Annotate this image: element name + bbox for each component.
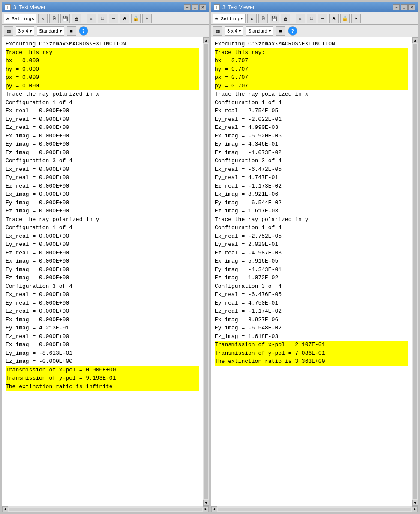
scroll-area: Executing C:\zemax\MACROS\EXTINCTION _Tr… [211,37,418,512]
hx-line: hx = 0.000 [6,57,199,65]
content-line-15: Ez_imag = 1.617E-03 [215,207,408,215]
content-line-5: Ex_imag = 0.000E+00 [6,132,199,140]
scroll-down-button[interactable]: ▼ [412,500,418,506]
content-line-34: Ey_imag = -8.613E-01 [6,349,199,358]
scroll-down-button[interactable]: ▼ [203,500,209,506]
text-button[interactable]: A [120,14,129,23]
content-line-27: Ex_real = -6.476E-05 [215,290,408,299]
content-line-26: Configuration 3 of 4 [215,282,408,291]
content-line-22: Ex_imag = 0.000E+00 [6,257,199,266]
py-line: py = 0.707 [215,82,408,90]
pencil-button[interactable]: ✏ [87,14,96,23]
scroll-up-button[interactable]: ▲ [203,37,209,43]
maximize-button[interactable]: □ [192,4,198,10]
content-line-0: Trace the ray polarized in x [215,90,408,99]
scroll-right-button[interactable]: ► [412,506,418,512]
content-line-14: Ey_imag = -6.544E-02 [215,199,408,207]
content-line-20: Ey_real = 0.000E+00 [6,240,199,249]
window-icon: T [5,4,11,10]
vertical-scrollbar[interactable]: ▲ ▼ [412,37,418,506]
content-line-22: Ex_imag = 5.916E-05 [215,257,408,266]
content-line-28: Ey_real = 0.000E+00 [6,299,199,308]
hscroll-track [218,508,411,511]
save-button[interactable]: 💾 [60,14,70,23]
scroll-left-button[interactable]: ◄ [211,506,217,512]
content-line-24: Ez_imag = 1.072E-02 [215,274,408,282]
lock-button[interactable]: 🔒 [340,14,350,23]
vertical-scrollbar[interactable]: ▲ ▼ [203,37,209,506]
save-button[interactable]: 💾 [270,14,279,23]
content-line-11: Ey_real = 0.000E+00 [6,173,199,182]
horizontal-scrollbar[interactable]: ◄ ► [2,506,209,512]
content-line-21: Ez_real = 0.000E+00 [6,249,199,257]
content-line-18: Configuration 1 of 4 [215,224,408,232]
content-line-12: Ez_real = -1.173E-02 [215,182,408,191]
content-line-33: Ex_imag = 0.000E+00 [6,341,199,349]
settings-menu[interactable]: ⊙ Settings [4,14,36,23]
content-line-29: Ez_real = 0.000E+00 [6,307,199,316]
copy-button[interactable]: ⎘ [258,14,268,23]
minimize-button[interactable]: − [393,4,400,10]
title-bar-left: T 3: Text Viewer [214,4,255,10]
close-button[interactable]: ✕ [199,4,206,10]
settings-menu[interactable]: ⊙ Settings [213,14,246,23]
print-button[interactable]: 🖨 [281,14,290,23]
text-button[interactable]: A [329,14,339,23]
window-right: T 3: Text Viewer − □ ✕ ⊙ Settings ↻ ⎘ 💾 … [211,2,418,512]
line-button[interactable]: — [109,14,118,23]
layer-button[interactable]: ▦ [4,26,13,36]
scroll-left-button[interactable]: ◄ [2,506,8,512]
content-line-9: Configuration 3 of 4 [215,157,408,165]
content-line-2: Ex_real = 0.000E+00 [6,107,199,115]
content-line-31: Ey_imag = 4.213E-01 [6,324,199,332]
pencil-button[interactable]: ✏ [296,14,305,23]
print-button[interactable]: 🖨 [72,14,81,23]
content-line-13: Ex_imag = 8.921E-06 [215,190,408,199]
refresh-button[interactable]: ↻ [247,14,257,23]
content-line-13: Ex_imag = 0.000E+00 [6,190,199,199]
copy-button[interactable]: ⎘ [49,14,59,23]
content-line-0: Trace the ray polarized in x [6,90,199,99]
separator-1 [84,14,84,23]
grid-dropdown[interactable]: 3 x 4 ▾ [225,26,243,36]
summary-line-1: Transmission of y-pol = 9.193E-01 [6,374,199,383]
arrow-button[interactable]: ➤ [351,14,361,23]
help-button[interactable]: ? [79,26,88,36]
minimize-button[interactable]: − [184,4,191,10]
grid-dropdown[interactable]: 3 x 4 ▾ [16,26,34,36]
line-button[interactable]: — [318,14,327,23]
scroll-thumb[interactable] [413,44,417,499]
view-button[interactable]: ■ [67,26,76,36]
content-line-9: Configuration 3 of 4 [6,157,199,165]
close-button[interactable]: ✕ [408,4,415,10]
lock-button[interactable]: 🔒 [131,14,141,23]
content-line-5: Ex_imag = -5.920E-05 [215,132,408,140]
content-line-18: Configuration 1 of 4 [6,224,199,232]
content-line-7: Ez_imag = 0.000E+00 [6,149,199,157]
refresh-button[interactable]: ↻ [38,14,48,23]
content-line-20: Ey_real = 2.020E-01 [215,240,408,249]
title-controls: − □ ✕ [184,4,206,10]
content-line-10: Ex_real = -6.472E-05 [215,165,408,174]
horizontal-scrollbar[interactable]: ◄ ► [211,506,418,512]
content-line-3: Ey_real = -2.022E-01 [215,115,408,124]
maximize-button[interactable]: □ [401,4,408,10]
trace-header: Trace this ray: [6,48,199,57]
scroll-right-button[interactable]: ► [203,506,209,512]
rect-button[interactable]: □ [307,14,316,23]
title-bar: T 3: Text Viewer − □ ✕ [2,2,209,12]
hscroll-track [9,508,202,511]
content-line-30: Ex_imag = 8.927E-06 [215,316,408,324]
rect-button[interactable]: □ [98,14,107,23]
scroll-up-button[interactable]: ▲ [412,37,418,43]
content-line-4: Ez_real = 4.990E-03 [215,123,408,132]
content-line-1: Configuration 1 of 4 [6,99,199,107]
arrow-button[interactable]: ➤ [142,14,152,23]
help-button[interactable]: ? [288,26,297,36]
hy-line: hy = 0.707 [215,65,408,74]
layer-button[interactable]: ▦ [213,26,222,36]
standard-dropdown[interactable]: Standard ▾ [37,26,64,36]
view-button[interactable]: ■ [276,26,285,36]
scroll-thumb[interactable] [204,44,208,499]
standard-dropdown[interactable]: Standard ▾ [246,26,273,36]
